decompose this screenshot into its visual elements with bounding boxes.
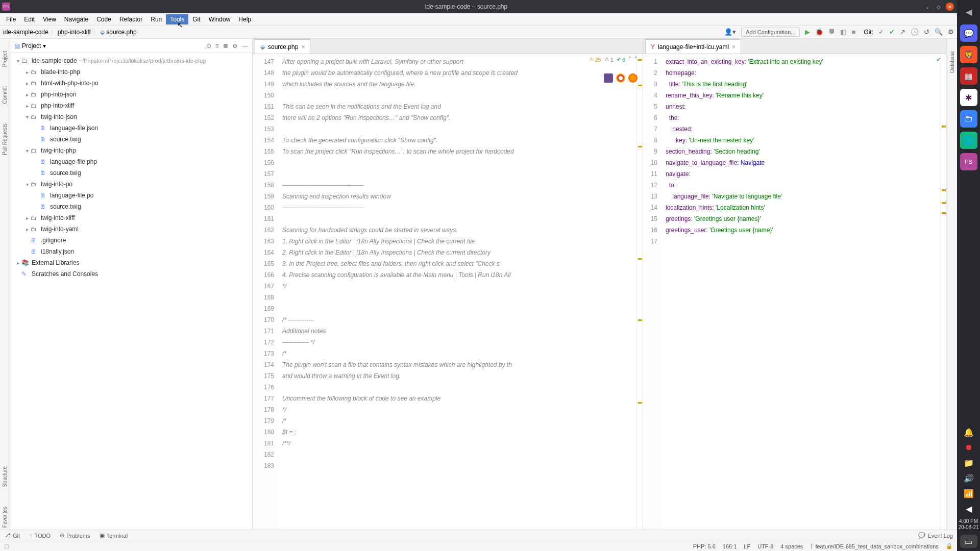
dock-brave-icon[interactable]: 🦁: [960, 46, 977, 63]
add-configuration-button[interactable]: Add Configuration...: [741, 28, 800, 37]
pull-requests-tool-button[interactable]: Pull Requests: [2, 121, 8, 157]
dock-phpstorm-icon[interactable]: PS: [960, 153, 977, 170]
tree-arrow-icon[interactable]: ▸: [14, 260, 21, 266]
menu-view[interactable]: View: [39, 14, 60, 24]
favorites-tool-button[interactable]: Favorites: [2, 505, 8, 530]
tree-row[interactable]: ▸🗀twig-into-yaml: [10, 223, 252, 235]
tree-row[interactable]: 🗎source.twig: [10, 201, 252, 212]
file-encoding[interactable]: UTF-8: [757, 543, 773, 549]
project-view-selector[interactable]: ▤ Project ▾: [14, 42, 46, 49]
menu-help[interactable]: Help: [234, 14, 255, 24]
menu-run[interactable]: Run: [146, 14, 166, 24]
toolwindow-terminal[interactable]: ▣ Terminal: [100, 532, 128, 539]
php-version[interactable]: PHP: 5.6: [693, 543, 716, 549]
git-commit-button[interactable]: ✔: [889, 28, 895, 36]
menu-code[interactable]: Code: [92, 14, 115, 24]
dock-wifi-icon[interactable]: 📶: [960, 488, 977, 499]
tree-arrow-icon[interactable]: ▸: [23, 227, 31, 232]
next-highlight-icon[interactable]: ˅: [634, 56, 638, 63]
firefox-icon[interactable]: [628, 73, 638, 83]
tree-arrow-icon[interactable]: ▸: [23, 92, 31, 97]
dock-volume-icon[interactable]: 🔊: [960, 472, 977, 484]
select-opened-file-icon[interactable]: ⊙: [206, 42, 211, 49]
line-separator[interactable]: LF: [744, 543, 750, 549]
tree-arrow-icon[interactable]: ▾: [23, 148, 31, 154]
git-branch[interactable]: ᚴ feature/IDE-685_test_data_sanbox_combi…: [810, 543, 939, 549]
tree-row[interactable]: ▾🗀ide-sample-code~/PhpstormProjects/loka…: [10, 55, 252, 66]
tree-row[interactable]: 🗎source.twig: [10, 134, 252, 145]
phpstorm-preview-icon[interactable]: [604, 73, 613, 83]
tree-arrow-icon[interactable]: ▾: [14, 58, 21, 64]
inspection-widget[interactable]: ⚠25 ⚠1 ✔6 ˄ ˅: [589, 56, 638, 63]
tree-row[interactable]: ▸📚External Libraries: [10, 257, 252, 268]
hide-panel-icon[interactable]: —: [242, 42, 248, 49]
breadcrumb-item[interactable]: ⬙ source.php: [100, 29, 137, 36]
menu-file[interactable]: File: [2, 14, 20, 24]
close-tab-icon[interactable]: ×: [732, 43, 736, 51]
tree-row[interactable]: ▸🗀blade-into-php: [10, 66, 252, 78]
tree-row[interactable]: 🗎language-file.po: [10, 190, 252, 201]
git-history-button[interactable]: 🕓: [911, 28, 919, 36]
panel-settings-icon[interactable]: ⚙: [232, 42, 238, 49]
indent-info[interactable]: 4 spaces: [780, 543, 803, 549]
toolwindow-problems[interactable]: ⊘ Problems: [60, 532, 90, 539]
tree-row[interactable]: 🗎i18nally.json: [10, 246, 252, 257]
tree-row[interactable]: ▸🗀twig-into-xliff: [10, 212, 252, 223]
tree-row[interactable]: ▸🗀html-with-php-into-po: [10, 78, 252, 89]
search-icon[interactable]: 🔍: [935, 28, 943, 36]
minimize-button[interactable]: ⌄: [922, 2, 933, 12]
tree-arrow-icon[interactable]: ▸: [23, 81, 31, 86]
dock-app-red-icon[interactable]: ▦: [960, 67, 977, 85]
dock-arrow-icon[interactable]: ◀: [960, 3, 977, 20]
dock-back-icon[interactable]: ◀: [960, 503, 977, 514]
user-icon[interactable]: 👤▾: [724, 28, 736, 36]
source-editor[interactable]: ⚠25 ⚠1 ✔6 ˄ ˅ 14714814915015115215315415…: [253, 54, 643, 530]
lock-icon[interactable]: 🔒: [946, 543, 953, 549]
breadcrumb-item[interactable]: php-into-xliff: [58, 29, 91, 36]
inspection-ok-icon[interactable]: ✔: [936, 56, 941, 63]
toolwindow-todo[interactable]: ≡ TODO: [29, 532, 51, 539]
menu-navigate[interactable]: Navigate: [60, 14, 92, 24]
dock-folder-icon[interactable]: 📁: [960, 457, 977, 468]
run-button[interactable]: ▶: [805, 28, 810, 36]
tree-row[interactable]: 🗎language-file.json: [10, 122, 252, 134]
tree-arrow-icon[interactable]: ▾: [23, 114, 31, 120]
expand-all-icon[interactable]: ≡: [215, 42, 219, 49]
menu-tools[interactable]: Tools: [166, 14, 188, 24]
dock-discord-icon[interactable]: 💬: [960, 24, 977, 42]
event-log-button[interactable]: 💬Event Log: [918, 532, 953, 539]
stop-button[interactable]: ■: [851, 28, 855, 36]
close-tab-icon[interactable]: ×: [301, 43, 305, 51]
collapse-all-icon[interactable]: ≣: [223, 42, 228, 49]
tree-row[interactable]: ✎Scratches and Consoles: [10, 268, 252, 280]
dock-globe-icon[interactable]: 🌐: [960, 132, 977, 149]
dock-show-desktop-icon[interactable]: ▭: [960, 535, 977, 548]
dock-notification-icon[interactable]: 🔔: [960, 427, 977, 438]
git-push-button[interactable]: ↗: [900, 28, 905, 36]
tree-row[interactable]: ▸🗀php-into-json: [10, 89, 252, 100]
code-area[interactable]: extract_into_an_existing_key: 'Extract i…: [662, 54, 940, 530]
error-stripe[interactable]: [636, 54, 643, 530]
dock-slack-icon[interactable]: ✱: [960, 89, 977, 106]
tree-arrow-icon[interactable]: ▸: [23, 69, 31, 75]
tree-row[interactable]: ▾🗀twig-into-po: [10, 179, 252, 190]
settings-icon[interactable]: ⚙: [948, 28, 954, 36]
chrome-icon[interactable]: [616, 73, 625, 83]
dock-files-icon[interactable]: 🗀: [960, 110, 977, 128]
close-button[interactable]: ✕: [945, 2, 955, 12]
tree-arrow-icon[interactable]: ▾: [23, 182, 31, 187]
breadcrumb-item[interactable]: ide-sample-code: [3, 29, 48, 36]
git-rollback-button[interactable]: ↺: [924, 28, 929, 36]
tab-source-php[interactable]: ⬙ source.php ×: [255, 39, 310, 54]
toolwindow-git[interactable]: ⎇ Git: [4, 532, 20, 539]
status-indicator-icon[interactable]: ▢: [4, 543, 9, 549]
menu-window[interactable]: Window: [205, 14, 235, 24]
tree-row[interactable]: ▾🗀twig-into-json: [10, 111, 252, 122]
git-update-button[interactable]: ✓: [878, 28, 884, 36]
tree-row[interactable]: ▾🗀twig-into-php: [10, 145, 252, 156]
caret-position[interactable]: 166:1: [723, 543, 737, 549]
project-tree[interactable]: ▾🗀ide-sample-code~/PhpstormProjects/loka…: [10, 53, 252, 530]
maximize-button[interactable]: ◇: [934, 2, 944, 12]
project-tool-button[interactable]: Project: [2, 49, 8, 69]
tree-arrow-icon[interactable]: ▸: [23, 103, 31, 109]
